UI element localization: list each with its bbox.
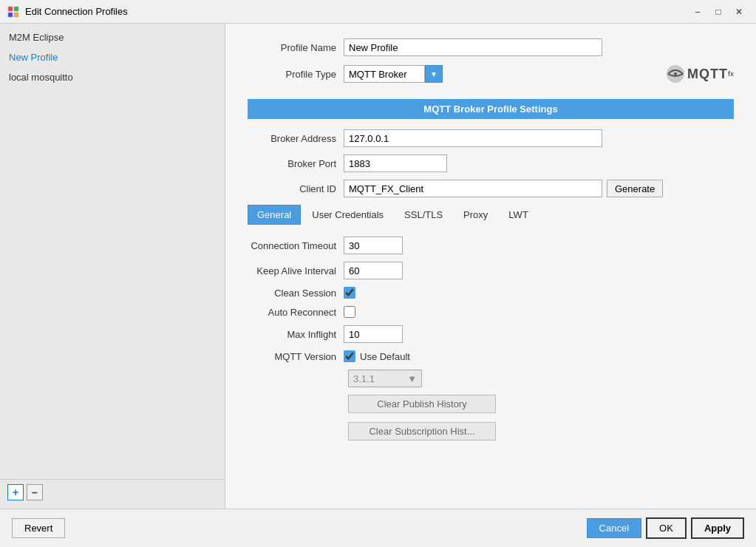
svg-rect-0 xyxy=(8,7,13,11)
clean-session-checkbox[interactable] xyxy=(344,287,355,299)
mqtt-logo-icon xyxy=(665,64,686,84)
profile-name-label: Profile Name xyxy=(248,42,344,53)
svg-point-5 xyxy=(674,72,677,75)
app-icon xyxy=(7,6,19,18)
window-title: Edit Connection Profiles xyxy=(25,6,682,17)
keep-alive-label: Keep Alive Interval xyxy=(248,265,344,276)
auto-reconnect-checkbox[interactable] xyxy=(344,306,355,318)
mqtt-logo: MQTT fx xyxy=(665,64,734,84)
max-inflight-label: Max Inflight xyxy=(248,329,344,340)
client-id-input[interactable] xyxy=(344,180,602,197)
profile-name-row: Profile Name xyxy=(248,38,734,56)
clear-publish-history-button[interactable]: Clear Publish History xyxy=(348,395,496,413)
mqtt-version-label: MQTT Version xyxy=(248,351,344,362)
mqtt-version-use-default-checkbox[interactable] xyxy=(344,350,355,362)
sidebar: M2M Eclipse New Profile local mosquitto … xyxy=(0,24,225,509)
ok-button[interactable]: OK xyxy=(646,517,687,539)
max-inflight-row: Max Inflight xyxy=(248,325,734,343)
apply-button[interactable]: Apply xyxy=(691,517,744,539)
mqtt-version-row: MQTT Version Use Default xyxy=(248,350,734,362)
connection-timeout-input[interactable] xyxy=(344,237,403,254)
sidebar-footer: + – xyxy=(0,479,225,505)
broker-port-label: Broker Port xyxy=(248,158,344,169)
keep-alive-row: Keep Alive Interval xyxy=(248,262,734,279)
mqtt-logo-suffix: fx xyxy=(728,70,734,78)
auto-reconnect-label: Auto Reconnect xyxy=(248,307,344,318)
version-dropdown-row: 3.1.1 ▼ xyxy=(248,370,734,387)
tab-lwt[interactable]: LWT xyxy=(499,205,537,225)
profile-type-label: Profile Type xyxy=(248,69,344,80)
svg-rect-1 xyxy=(14,7,18,11)
sidebar-item-m2m-eclipse[interactable]: M2M Eclipse xyxy=(0,27,225,47)
profile-type-value[interactable] xyxy=(344,65,425,83)
generate-button[interactable]: Generate xyxy=(607,180,663,197)
svg-rect-3 xyxy=(14,13,18,17)
profile-type-dropdown-arrow[interactable]: ▼ xyxy=(425,65,443,83)
window-controls: – □ ✕ xyxy=(688,4,749,20)
remove-profile-button[interactable]: – xyxy=(27,484,43,500)
keep-alive-input[interactable] xyxy=(344,262,403,279)
client-id-label: Client ID xyxy=(248,183,344,194)
main-container: M2M Eclipse New Profile local mosquitto … xyxy=(0,24,756,509)
connection-timeout-label: Connection Timeout xyxy=(248,240,344,251)
cancel-button[interactable]: Cancel xyxy=(587,518,641,538)
sidebar-item-local-mosquitto[interactable]: local mosquitto xyxy=(0,67,225,87)
tab-user-credentials[interactable]: User Credentials xyxy=(302,205,393,225)
version-dropdown[interactable]: 3.1.1 ▼ xyxy=(348,370,422,387)
bottom-left: Revert xyxy=(12,518,65,538)
revert-button[interactable]: Revert xyxy=(12,518,65,538)
bottom-bar: Revert Cancel OK Apply xyxy=(0,509,756,547)
tabs-bar: General User Credentials SSL/TLS Proxy L… xyxy=(248,205,734,225)
content-area: Profile Name Profile Type ▼ MQTT fx xyxy=(225,24,756,509)
auto-reconnect-row: Auto Reconnect xyxy=(248,306,734,318)
broker-address-input[interactable] xyxy=(344,129,602,147)
broker-address-label: Broker Address xyxy=(248,133,344,144)
close-button[interactable]: ✕ xyxy=(729,4,749,20)
broker-port-input[interactable] xyxy=(344,154,447,172)
broker-port-row: Broker Port xyxy=(248,154,734,172)
tab-general[interactable]: General xyxy=(248,205,301,225)
mqtt-version-use-default-text: Use Default xyxy=(360,351,410,362)
mqtt-logo-text: MQTT xyxy=(687,67,728,82)
profile-name-input[interactable] xyxy=(344,38,602,56)
svg-rect-2 xyxy=(8,13,13,17)
client-id-row: Client ID Generate xyxy=(248,180,734,197)
clean-session-row: Clean Session xyxy=(248,287,734,299)
profile-type-select: ▼ xyxy=(344,65,443,83)
section-header-button[interactable]: MQTT Broker Profile Settings xyxy=(248,99,734,119)
general-tab-content: Connection Timeout Keep Alive Interval C… xyxy=(248,237,734,445)
tab-ssl-tls[interactable]: SSL/TLS xyxy=(395,205,452,225)
bottom-right: Cancel OK Apply xyxy=(587,517,744,539)
minimize-button[interactable]: – xyxy=(688,4,707,20)
max-inflight-input[interactable] xyxy=(344,325,403,343)
clean-session-label: Clean Session xyxy=(248,288,344,299)
profile-type-row: Profile Type ▼ MQTT fx xyxy=(248,64,734,84)
title-bar: Edit Connection Profiles – □ ✕ xyxy=(0,0,756,24)
add-profile-button[interactable]: + xyxy=(7,484,24,500)
clear-subscription-history-button[interactable]: Clear Subscription Hist... xyxy=(348,422,496,441)
connection-timeout-row: Connection Timeout xyxy=(248,237,734,254)
maximize-button[interactable]: □ xyxy=(709,4,728,20)
broker-address-row: Broker Address xyxy=(248,129,734,147)
sidebar-item-new-profile[interactable]: New Profile xyxy=(0,47,225,67)
tab-proxy[interactable]: Proxy xyxy=(454,205,497,225)
